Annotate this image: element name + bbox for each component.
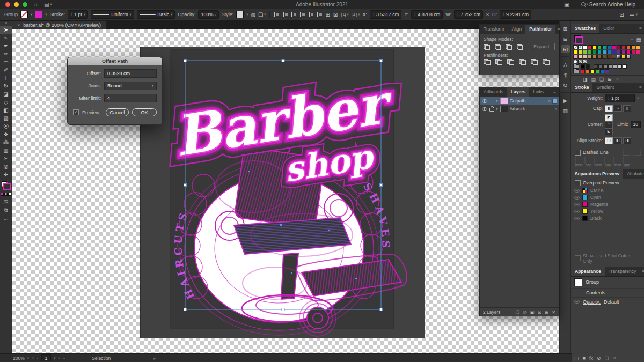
divide-icon[interactable]	[484, 59, 491, 65]
swatch-color[interactable]	[636, 45, 640, 49]
add-new-stroke-icon[interactable]: ▢	[574, 356, 579, 361]
swatch-color[interactable]	[636, 50, 640, 54]
miter-limit-input[interactable]: 4	[104, 94, 157, 102]
tab-separations-preview[interactable]: Separations Preview	[571, 169, 623, 179]
zoom-window-button[interactable]	[23, 2, 27, 7]
direct-selection-tool[interactable]: ➣	[0, 34, 12, 42]
duplicate-item-icon[interactable]: ❏	[605, 356, 609, 361]
minus-back-icon[interactable]	[543, 59, 550, 65]
expand-layer-icon[interactable]: ▸	[496, 107, 499, 111]
layer-row[interactable]: ▸Cutpath○	[480, 97, 559, 105]
swatch-color[interactable]	[605, 69, 609, 73]
cancel-button[interactable]: Cancel	[106, 108, 129, 116]
next-artboard-icon[interactable]: ›	[58, 356, 60, 361]
tab-links[interactable]: Links	[529, 87, 547, 97]
close-document-icon[interactable]: ×	[17, 23, 20, 28]
none-button[interactable]	[8, 193, 11, 196]
lock-icon[interactable]	[489, 108, 494, 112]
swatch-group-dot[interactable]	[573, 60, 577, 64]
swatch-gradient[interactable]	[626, 55, 631, 59]
home-icon[interactable]: ⌂	[34, 2, 38, 8]
character-panel-icon[interactable]: A	[561, 61, 570, 68]
document-setup-icon[interactable]: ❏▾	[258, 12, 266, 18]
trim-icon[interactable]	[495, 59, 502, 65]
dash-value-field[interactable]	[594, 157, 595, 164]
selection-indicator[interactable]	[552, 99, 557, 104]
swatch-gradient[interactable]	[621, 55, 626, 59]
align-stroke-inside[interactable]: ◧	[614, 137, 622, 144]
target-icon[interactable]: ○	[554, 107, 557, 112]
rotate-tool[interactable]: ↻	[0, 82, 12, 90]
swatch-color[interactable]	[618, 64, 622, 69]
add-new-effect-icon[interactable]: fx	[589, 356, 593, 361]
x-field[interactable]: ↕3.5317 cm	[370, 10, 401, 19]
swatch-color[interactable]	[612, 50, 616, 54]
pathfinder-panel-icon[interactable]: ◱	[561, 45, 570, 53]
w-field[interactable]: ↕7.252 cm	[454, 10, 483, 19]
swatch-color[interactable]	[598, 64, 603, 69]
clear-appearance-icon[interactable]: ⊘	[597, 356, 601, 361]
swatch-color[interactable]	[626, 50, 631, 54]
width-profile-dropdown[interactable]: Uniform▾	[91, 10, 134, 19]
swatch-color[interactable]	[597, 45, 602, 49]
bevel-join[interactable]: ◣	[605, 128, 613, 135]
appearance-opacity-link[interactable]: Opacity:	[583, 299, 601, 305]
h-field[interactable]: ↕9.2391 cm	[500, 10, 531, 19]
swatch-color[interactable]	[592, 55, 597, 59]
crop-icon[interactable]	[519, 59, 526, 65]
artboard-tool[interactable]: ▥	[0, 146, 12, 154]
tab-layers[interactable]: Layers	[507, 87, 529, 97]
color-button[interactable]	[1, 193, 4, 196]
paintbrush-tool[interactable]: ✐	[0, 66, 12, 74]
dash-preserve-icon[interactable]	[623, 150, 631, 156]
dash-value-field[interactable]	[575, 157, 576, 164]
panel-menu-icon[interactable]: ≡	[640, 269, 644, 274]
separation-row[interactable]: Magenta	[571, 201, 644, 208]
swatch-color[interactable]	[586, 69, 590, 73]
align-center-h-icon[interactable]	[282, 12, 288, 17]
workspace-switcher-icon[interactable]: ≔▾	[630, 12, 638, 18]
swatch-color[interactable]	[578, 55, 582, 59]
fill-stroke-proxy[interactable]	[2, 181, 11, 190]
style-swatch[interactable]	[236, 11, 244, 18]
eye-icon[interactable]	[574, 217, 580, 220]
list-view-icon[interactable]: ≡	[631, 37, 634, 43]
transform-grid-icon[interactable]: ⊞	[325, 12, 330, 18]
dash-value-field[interactable]	[604, 157, 605, 164]
tab-pathfinder[interactable]: Pathfinder	[525, 25, 555, 34]
align-panel-icon[interactable]: ⊟	[561, 35, 570, 42]
gradient-tool[interactable]: ▨	[0, 114, 12, 122]
offset-input[interactable]: 0.3528 cm	[104, 69, 157, 78]
hand-tool[interactable]: ✣	[0, 171, 12, 179]
blend-tool[interactable]: ❖	[0, 130, 12, 138]
swatch-color[interactable]	[608, 64, 612, 69]
new-layer-icon[interactable]: ⊞	[545, 309, 548, 315]
swatch-color[interactable]	[592, 50, 597, 54]
swatch-color[interactable]	[623, 64, 627, 69]
dashed-line-checkbox[interactable]	[575, 150, 581, 156]
eraser-tool[interactable]: ◪	[0, 90, 12, 98]
tab-transparency[interactable]: Transparency	[605, 267, 640, 276]
search-help[interactable]: ▾ Search Adobe Help	[581, 2, 635, 8]
grid-view-icon[interactable]: ▦	[636, 37, 641, 43]
delete-layer-icon[interactable]: ✕	[552, 309, 555, 315]
tab-appearance[interactable]: Appearance	[571, 267, 605, 276]
eyedropper-tool[interactable]: ⦿	[0, 122, 12, 130]
swatch-color[interactable]	[613, 64, 617, 69]
swatch-gradient[interactable]	[617, 55, 621, 59]
align-right-icon[interactable]	[291, 12, 297, 17]
swatch-color[interactable]	[621, 50, 626, 54]
dash-value-field[interactable]	[584, 157, 586, 164]
symbol-sprayer-tool[interactable]: ⁂	[0, 138, 12, 146]
swatch-color[interactable]	[607, 50, 611, 54]
swatch-color[interactable]	[617, 45, 621, 49]
minimize-window-button[interactable]	[14, 2, 19, 7]
collapse-tools-icon[interactable]: «	[5, 20, 7, 26]
unite-icon[interactable]	[484, 44, 490, 50]
swatch-none[interactable]	[573, 45, 577, 49]
merge-icon[interactable]	[507, 59, 514, 65]
ok-button[interactable]: OK	[132, 108, 157, 116]
swatch-color[interactable]	[588, 55, 592, 59]
delete-item-icon[interactable]: ✕	[613, 356, 617, 361]
swatch-libraries-icon[interactable]: ≔	[574, 77, 579, 82]
